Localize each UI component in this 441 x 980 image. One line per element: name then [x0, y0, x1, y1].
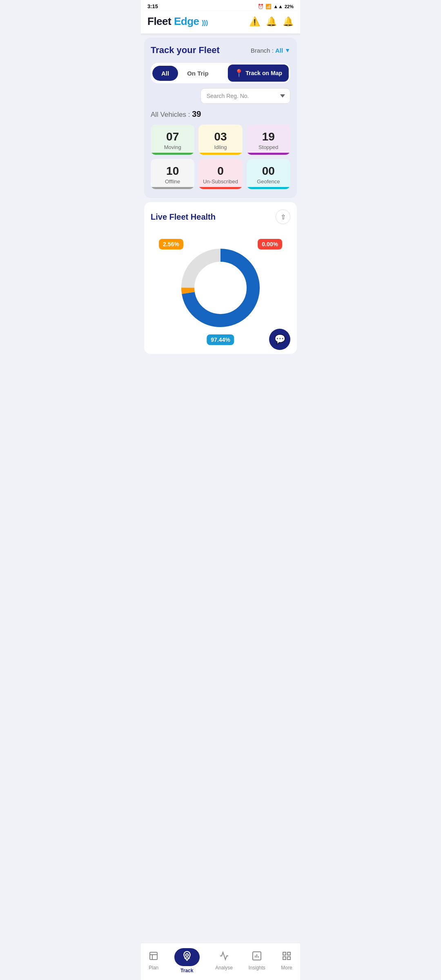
branch-selector[interactable]: Branch : All ▼	[251, 47, 290, 54]
notification-icon[interactable]: 🔔	[283, 16, 294, 27]
chart-area: 2.56% 0.00% 97.44%	[151, 231, 290, 345]
bottom-spacer	[141, 358, 300, 391]
app-logo: Fleet Edge )))	[147, 15, 208, 28]
branch-label: Branch :	[251, 47, 274, 54]
blue-badge: 97.44%	[207, 334, 234, 345]
alarm-icon[interactable]: 🔔	[266, 16, 277, 27]
status-card-offline[interactable]: 10 Offline	[151, 159, 194, 189]
status-card-moving[interactable]: 07 Moving	[151, 125, 194, 155]
moving-bar	[151, 153, 194, 155]
unsubscribed-bar	[198, 187, 242, 189]
signal-icon: ▲▲	[273, 4, 283, 9]
app-header: Fleet Edge ))) ⚠️ 🔔 🔔	[141, 11, 300, 33]
moving-label: Moving	[164, 144, 181, 150]
idling-bar	[198, 153, 242, 155]
search-reg-select[interactable]: Search Reg. No.	[200, 88, 290, 104]
status-card-unsubscribed[interactable]: 0 Un-Subscribed	[198, 159, 242, 189]
all-vehicles-label: All Vehicles :	[151, 111, 190, 118]
header-actions: ⚠️ 🔔 🔔	[249, 16, 294, 27]
filter-on-trip-button[interactable]: On Trip	[178, 66, 218, 81]
geofence-bar	[247, 187, 290, 189]
battery-status: 22%	[285, 4, 294, 9]
branch-value: All	[275, 47, 283, 54]
offline-label: Offline	[165, 178, 180, 185]
health-header: Live Fleet Health ⇧	[151, 209, 290, 224]
logo-accent: Edge	[174, 15, 199, 27]
vehicles-count: All Vehicles : 39	[151, 109, 290, 119]
unsubscribed-label: Un-Subscribed	[203, 178, 238, 185]
time: 3:15	[147, 3, 158, 9]
chat-fab-button[interactable]: 💬	[269, 329, 290, 350]
health-card: Live Fleet Health ⇧ 2.56% 0.00% 97.44%	[144, 202, 297, 354]
offline-count: 10	[154, 165, 191, 178]
status-bar: 3:15 ⏰ 📶 ▲▲ 22%	[141, 0, 300, 11]
stopped-label: Stopped	[258, 144, 278, 150]
stopped-count: 19	[250, 130, 287, 143]
collapse-button[interactable]: ⇧	[276, 209, 290, 224]
idling-count: 03	[202, 130, 239, 143]
search-container: Search Reg. No.	[151, 88, 290, 104]
track-map-label: Track on Map	[246, 70, 282, 76]
map-pin-icon: 📍	[234, 69, 243, 78]
chat-icon: 💬	[274, 334, 285, 345]
alarm-status-icon: ⏰	[258, 4, 264, 9]
filter-row: All On Trip 📍 Track on Map	[151, 63, 290, 83]
all-vehicles-number: 39	[192, 109, 201, 118]
track-on-map-button[interactable]: 📍 Track on Map	[228, 65, 289, 82]
geofence-label: Geofence	[257, 178, 280, 185]
filter-all-button[interactable]: All	[152, 66, 178, 81]
logo-wifi-icon: )))	[202, 19, 207, 26]
fleet-title: Track your Fleet	[151, 45, 220, 56]
donut-chart	[176, 243, 265, 333]
fleet-card-header: Track your Fleet Branch : All ▼	[151, 45, 290, 56]
status-card-geofence[interactable]: 00 Geofence	[247, 159, 290, 189]
orange-badge: 2.56%	[159, 239, 183, 249]
fleet-card: Track your Fleet Branch : All ▼ All On T…	[144, 38, 297, 198]
red-badge: 0.00%	[258, 239, 282, 249]
status-grid: 07 Moving 03 Idling 19 Stopped 10 Offlin…	[151, 125, 290, 189]
stopped-bar	[247, 153, 290, 155]
chevron-down-icon: ▼	[285, 47, 290, 53]
alert-icon[interactable]: ⚠️	[249, 16, 260, 27]
chevron-up-icon: ⇧	[281, 213, 286, 221]
geofence-count: 00	[250, 165, 287, 178]
filter-toggle: All On Trip	[152, 66, 218, 81]
idling-label: Idling	[214, 144, 227, 150]
svg-point-3	[196, 263, 245, 312]
status-card-stopped[interactable]: 19 Stopped	[247, 125, 290, 155]
main-content: Track your Fleet Branch : All ▼ All On T…	[141, 38, 300, 391]
unsubscribed-count: 0	[202, 165, 239, 178]
status-right: ⏰ 📶 ▲▲ 22%	[258, 4, 294, 9]
wifi-status-icon: 📶	[265, 4, 272, 9]
health-title: Live Fleet Health	[151, 212, 216, 222]
moving-count: 07	[154, 130, 191, 143]
status-card-idling[interactable]: 03 Idling	[198, 125, 242, 155]
offline-bar	[151, 187, 194, 189]
